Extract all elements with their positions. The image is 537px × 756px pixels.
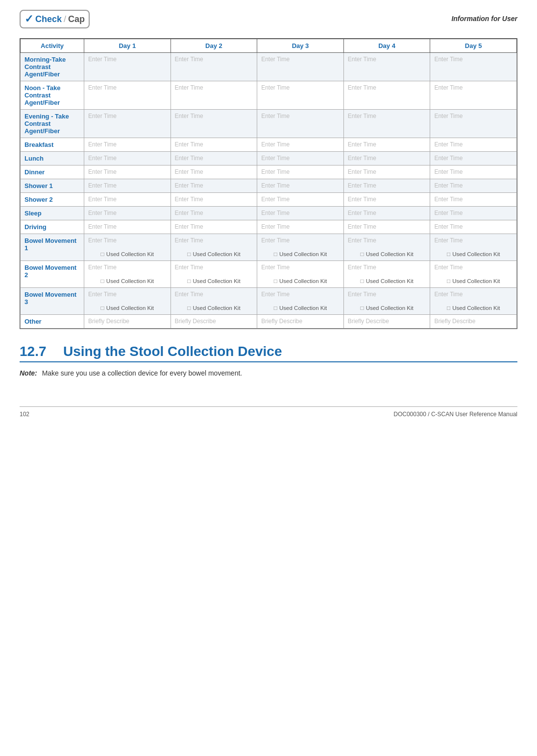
day-5-cell[interactable]: Enter Time□Used Collection Kit <box>430 234 517 261</box>
enter-time-text[interactable]: Enter Time <box>175 56 203 63</box>
checkbox-icon[interactable]: □ <box>187 251 191 258</box>
day-2-cell[interactable]: Enter Time□Used Collection Kit <box>171 234 257 261</box>
day-4-cell[interactable]: Enter Time□Used Collection Kit <box>343 261 430 288</box>
enter-time-text[interactable]: Enter Time <box>348 237 426 244</box>
checkbox-icon[interactable]: □ <box>274 305 277 311</box>
day-5-cell[interactable]: Enter Time□Used Collection Kit <box>430 261 517 288</box>
day-2-cell[interactable]: Enter Time <box>171 152 257 165</box>
enter-time-text[interactable]: Enter Time <box>261 291 340 298</box>
day-3-cell[interactable]: Enter Time□Used Collection Kit <box>257 288 344 315</box>
enter-time-text[interactable]: Enter Time <box>348 56 376 63</box>
enter-time-text[interactable]: Enter Time <box>348 113 376 119</box>
checkbox-row[interactable]: □Used Collection Kit <box>348 305 426 311</box>
day-1-cell[interactable]: Enter Time <box>84 179 171 193</box>
checkbox-icon[interactable]: □ <box>447 305 450 311</box>
day-3-cell[interactable]: Enter Time <box>257 138 344 152</box>
enter-time-text[interactable]: Enter Time <box>434 168 463 175</box>
enter-time-text[interactable]: Enter Time <box>175 155 203 162</box>
enter-time-text[interactable]: Enter Time <box>434 141 463 148</box>
day-2-cell[interactable]: Briefly Describe <box>171 315 257 329</box>
checkbox-icon[interactable]: □ <box>360 278 364 284</box>
day-5-cell[interactable]: Enter Time <box>430 165 517 179</box>
checkbox-icon[interactable]: □ <box>447 278 450 284</box>
enter-time-text[interactable]: Enter Time <box>261 210 290 216</box>
day-2-cell[interactable]: Enter Time <box>171 179 257 193</box>
enter-time-text[interactable]: Enter Time <box>261 223 290 230</box>
day-3-cell[interactable]: Enter Time <box>257 165 344 179</box>
checkbox-icon[interactable]: □ <box>187 305 191 311</box>
day-2-cell[interactable]: Enter Time□Used Collection Kit <box>171 261 257 288</box>
day-3-cell[interactable]: Enter Time <box>257 53 344 81</box>
enter-time-text[interactable]: Enter Time <box>88 168 117 175</box>
enter-time-text[interactable]: Enter Time <box>175 182 203 189</box>
day-4-cell[interactable]: Enter Time <box>343 220 430 234</box>
checkbox-row[interactable]: □Used Collection Kit <box>261 251 340 258</box>
day-1-cell[interactable]: Enter Time <box>84 207 171 220</box>
day-4-cell[interactable]: Enter Time <box>343 152 430 165</box>
enter-time-text[interactable]: Enter Time <box>348 155 376 162</box>
day-3-cell[interactable]: Enter Time <box>257 179 344 193</box>
day-3-cell[interactable]: Enter Time <box>257 207 344 220</box>
enter-time-text[interactable]: Enter Time <box>261 168 290 175</box>
checkbox-row[interactable]: □Used Collection Kit <box>88 278 167 284</box>
day-5-cell[interactable]: Enter Time <box>430 152 517 165</box>
checkbox-row[interactable]: □Used Collection Kit <box>434 278 513 284</box>
enter-time-text[interactable]: Enter Time <box>434 84 463 91</box>
checkbox-icon[interactable]: □ <box>187 278 191 284</box>
day-2-cell[interactable]: Enter Time <box>171 81 257 110</box>
day-2-cell[interactable]: Enter Time <box>171 53 257 81</box>
day-3-cell[interactable]: Enter Time <box>257 152 344 165</box>
checkbox-icon[interactable]: □ <box>360 251 364 258</box>
enter-time-text[interactable]: Enter Time <box>88 237 167 244</box>
checkbox-row[interactable]: □Used Collection Kit <box>348 278 426 284</box>
day-3-cell[interactable]: Briefly Describe <box>257 315 344 329</box>
enter-time-text[interactable]: Enter Time <box>348 291 426 298</box>
enter-time-text[interactable]: Enter Time <box>88 210 117 216</box>
checkbox-row[interactable]: □Used Collection Kit <box>88 251 167 258</box>
day-4-cell[interactable]: Briefly Describe <box>343 315 430 329</box>
checkbox-icon[interactable]: □ <box>447 251 450 258</box>
day-3-cell[interactable]: Enter Time <box>257 193 344 207</box>
enter-time-text[interactable]: Enter Time <box>261 141 290 148</box>
day-4-cell[interactable]: Enter Time <box>343 179 430 193</box>
enter-time-text[interactable]: Enter Time <box>261 56 290 63</box>
enter-time-text[interactable]: Enter Time <box>261 264 340 271</box>
day-5-cell[interactable]: Enter Time <box>430 81 517 110</box>
day-1-cell[interactable]: Enter Time <box>84 220 171 234</box>
checkbox-row[interactable]: □Used Collection Kit <box>261 305 340 311</box>
day-1-cell[interactable]: Enter Time <box>84 165 171 179</box>
day-1-cell[interactable]: Enter Time <box>84 138 171 152</box>
day-4-cell[interactable]: Enter Time <box>343 193 430 207</box>
day-5-cell[interactable]: Enter Time <box>430 179 517 193</box>
checkbox-row[interactable]: □Used Collection Kit <box>348 251 426 258</box>
day-4-cell[interactable]: Enter Time□Used Collection Kit <box>343 288 430 315</box>
enter-time-text[interactable]: Enter Time <box>434 291 513 298</box>
day-2-cell[interactable]: Enter Time <box>171 138 257 152</box>
enter-time-text[interactable]: Enter Time <box>348 264 426 271</box>
day-3-cell[interactable]: Enter Time <box>257 110 344 138</box>
checkbox-row[interactable]: □Used Collection Kit <box>175 251 253 258</box>
checkbox-row[interactable]: □Used Collection Kit <box>434 305 513 311</box>
enter-time-text[interactable]: Enter Time <box>261 155 290 162</box>
day-3-cell[interactable]: Enter Time□Used Collection Kit <box>257 234 344 261</box>
checkbox-row[interactable]: □Used Collection Kit <box>88 305 167 311</box>
enter-time-text[interactable]: Enter Time <box>261 237 340 244</box>
checkbox-icon[interactable]: □ <box>274 251 277 258</box>
day-5-cell[interactable]: Enter Time <box>430 220 517 234</box>
day-5-cell[interactable]: Enter Time <box>430 110 517 138</box>
day-5-cell[interactable]: Enter Time <box>430 207 517 220</box>
enter-time-text[interactable]: Enter Time <box>88 56 117 63</box>
enter-time-text[interactable]: Enter Time <box>175 113 203 119</box>
day-5-cell[interactable]: Enter Time <box>430 53 517 81</box>
day-1-cell[interactable]: Enter Time□Used Collection Kit <box>84 261 171 288</box>
enter-time-text[interactable]: Enter Time <box>261 84 290 91</box>
enter-time-text[interactable]: Enter Time <box>88 264 167 271</box>
day-2-cell[interactable]: Enter Time <box>171 207 257 220</box>
checkbox-icon[interactable]: □ <box>274 278 277 284</box>
day-4-cell[interactable]: Enter Time <box>343 165 430 179</box>
enter-time-text[interactable]: Enter Time <box>261 113 290 119</box>
day-4-cell[interactable]: Enter Time <box>343 81 430 110</box>
day-1-cell[interactable]: Enter Time <box>84 53 171 81</box>
enter-time-text[interactable]: Enter Time <box>348 196 376 203</box>
checkbox-row[interactable]: □Used Collection Kit <box>261 278 340 284</box>
